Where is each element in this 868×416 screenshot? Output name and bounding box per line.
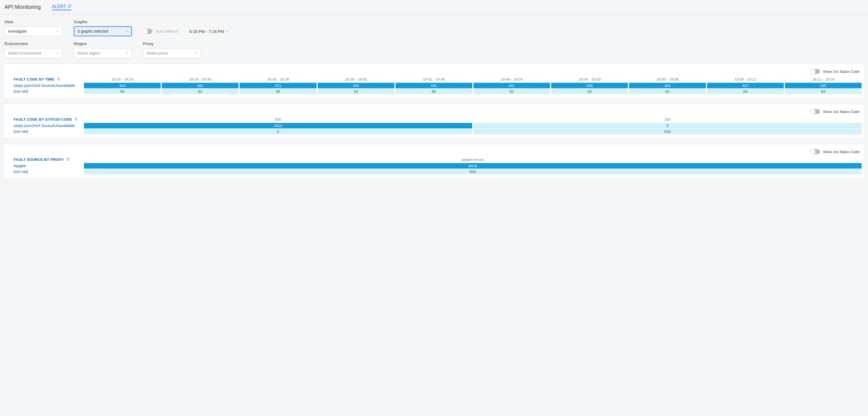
column-header: 18:18 - 18:24 [84,75,161,83]
auto-refresh-label: Auto Refresh [156,29,178,33]
heatmap-cell[interactable]: 441 [396,83,472,88]
show-2xx-label: Show 2xx Status Code [823,150,860,154]
row-label: (not set) [13,129,84,134]
controls: View investigate Graphs 3 graphs selecte… [0,14,868,61]
column-header: 19:06 - 19:12 [707,75,784,83]
column-header: 200 [473,116,862,123]
panel-fault-code-by-status: Show 2xx Status Code FAULT CODE BY STATU… [3,104,865,138]
show-2xx-toggle[interactable] [811,149,820,154]
heatmap-column: 18:42 - 18:4844165 [396,75,472,94]
view-select-value: investigate [8,29,27,33]
heatmap-cell[interactable]: 436 [551,83,628,88]
heatmap-cell[interactable]: 4418 [84,123,472,128]
heatmap-column: 18:18 - 18:2444464 [84,75,161,94]
heatmap-cell[interactable]: 441 [473,83,550,88]
heatmap-column: 19:06 - 19:1244264 [707,75,784,94]
region-select[interactable]: Select region [74,48,132,58]
heatmap-cell[interactable]: 461 [162,83,239,88]
environment-select[interactable]: Select environment [4,48,63,58]
chevron-down-icon [195,51,197,55]
heatmap-cell[interactable]: 62 [473,89,550,94]
panel-title: FAULT CODE BY TIME [13,75,84,83]
column-header: apigee-errors [84,156,862,163]
panel-title: FAULT CODE BY STATUS CODE [13,116,84,123]
column-header: 18:24 - 18:30 [162,75,239,83]
time-range-picker[interactable]: 6:18 PM - 7:18 PM [189,26,228,36]
column-header: 18:36 - 18:42 [318,75,394,83]
row-label: Apigee [13,163,84,168]
graphs-select[interactable]: 3 graphs selected [74,26,132,36]
heatmap-column: 50044180 [84,116,472,134]
graphs-label: Graphs [74,20,132,24]
heatmap-cell[interactable]: 421 [240,83,316,88]
graphs-select-value: 3 graphs selected [78,29,108,33]
chevron-down-icon [56,51,59,55]
heatmap-column: 18:48 - 18:5444162 [473,75,550,94]
proxy-label: Proxy [143,41,201,46]
chevron-down-icon [125,51,128,55]
heatmap-cell[interactable]: 63 [785,89,862,94]
heatmap-cell[interactable]: 634 [84,169,862,174]
alert-link[interactable]: ALERT [52,4,71,10]
column-header: 18:42 - 18:48 [396,75,472,83]
show-2xx-toggle[interactable] [811,109,820,114]
time-range-value: 6:18 PM - 7:18 PM [189,29,224,34]
heatmap-cell[interactable]: 64 [707,89,784,94]
heatmap-column: 18:30 - 18:3642165 [240,75,316,94]
heatmap-cell[interactable]: 62 [162,89,239,94]
column-header: 19:12 - 19:18 [785,75,862,83]
heatmap-column: 19:00 - 19:0644363 [629,75,706,94]
compare-icon[interactable] [57,77,60,82]
chevron-down-icon [56,29,59,33]
heatmap-column: 2000634 [473,116,862,134]
heatmap-cell[interactable]: 4418 [84,163,862,168]
heatmap-column: 18:24 - 18:3046162 [162,75,239,94]
heatmap-cell[interactable]: 63 [551,89,628,94]
heatmap-cell[interactable]: 634 [473,129,862,134]
row-label: steps.json2xml.SourceUnavailable [13,123,84,128]
column-header: 18:30 - 18:36 [240,75,316,83]
chevron-down-icon [125,29,128,33]
heatmap-cell[interactable]: 63 [629,89,706,94]
heatmap-cell[interactable]: 65 [240,89,316,94]
view-label: View [4,20,63,24]
show-2xx-toggle[interactable] [811,69,820,74]
heatmap-cell[interactable]: 442 [707,83,784,88]
heatmap-grid: 500441802000634 [84,116,862,134]
proxy-placeholder: Select proxy [147,51,168,55]
heatmap-cell[interactable]: 444 [318,83,394,88]
column-header: 18:48 - 18:54 [473,75,550,83]
panel-title-text: FAULT CODE BY TIME [13,77,54,82]
proxy-select[interactable]: Select proxy [143,48,201,58]
heatmap-grid: 18:18 - 18:244446418:24 - 18:304616218:3… [84,75,862,94]
chevron-down-icon [226,29,228,34]
heatmap-cell[interactable]: 0 [84,129,472,134]
heatmap-cell[interactable]: 63 [318,89,394,94]
external-link-icon [68,4,71,9]
heatmap-cell[interactable]: 445 [785,83,862,88]
heatmap-cell[interactable]: 444 [84,83,161,88]
environment-label: Environment [4,41,63,46]
alert-link-label: ALERT [52,4,66,9]
panel-title-text: FAULT CODE BY STATUS CODE [13,117,72,122]
heatmap-grid: apigee-errors4418634 [84,156,862,174]
panel-fault-code-by-time: Show 2xx Status Code FAULT CODE BY TIME … [3,64,865,98]
row-label: steps.json2xml.SourceUnavailable [13,83,84,88]
compare-icon[interactable] [74,117,78,122]
heatmap-cell[interactable]: 0 [473,123,862,128]
compare-icon[interactable] [66,157,70,162]
show-2xx-label: Show 2xx Status Code [823,69,860,74]
view-select[interactable]: investigate [4,26,63,36]
row-label: (not set) [13,89,84,94]
heatmap-column: 18:36 - 18:4244463 [318,75,394,94]
row-label: (not set) [13,169,84,174]
region-label: Region [74,41,132,46]
heatmap-cell[interactable]: 64 [84,89,161,94]
page-header: API Monitoring ALERT [0,0,868,14]
auto-refresh-toggle[interactable] [143,29,152,34]
panel-title-text: FAULT SOURCE BY PROXY [13,158,64,162]
heatmap-cell[interactable]: 443 [629,83,706,88]
page-title: API Monitoring [4,4,41,10]
heatmap-cell[interactable]: 65 [396,89,472,94]
column-header: 18:54 - 19:00 [551,75,628,83]
